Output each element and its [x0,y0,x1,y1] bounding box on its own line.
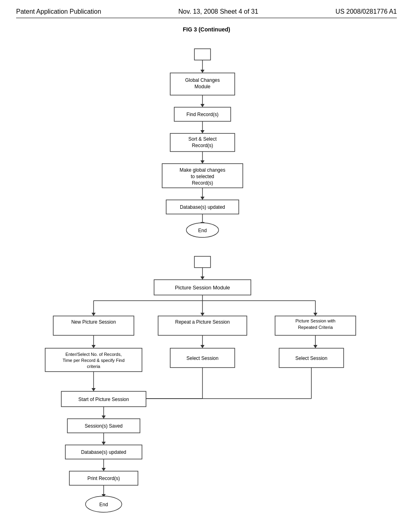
svg-marker-64 [92,388,96,391]
svg-marker-81 [102,468,106,471]
svg-text:Module: Module [194,84,211,89]
svg-text:criteria: criteria [87,364,100,369]
svg-text:Database(s) updated: Database(s) updated [180,204,225,210]
top-flowchart: Global Changes Module Find Record(s) Sor… [25,45,388,238]
svg-marker-22 [200,197,204,200]
svg-rect-29 [194,256,211,268]
header-center: Nov. 13, 2008 Sheet 4 of 31 [178,8,258,15]
svg-marker-16 [200,160,204,164]
header-left: Patent Application Publication [16,8,101,15]
svg-text:Session(s) Saved: Session(s) Saved [85,423,123,429]
fig-title: FIG 3 (Continued) [16,26,397,33]
svg-text:Record(s): Record(s) [192,180,213,186]
svg-text:Record(s): Record(s) [192,143,213,148]
svg-text:Picture Session Module: Picture Session Module [175,285,230,291]
svg-text:Global Changes: Global Changes [185,77,220,83]
header-right: US 2008/0281776 A1 [336,8,397,15]
svg-text:Sort & Select: Sort & Select [188,136,217,142]
svg-text:Repeat a Picture Session: Repeat a Picture Session [175,319,229,325]
svg-marker-37 [92,313,96,316]
svg-text:Start of Picture Session: Start of Picture Session [78,397,129,402]
svg-text:End: End [198,228,206,233]
svg-marker-50 [92,345,96,348]
svg-marker-7 [200,104,204,107]
svg-text:to selected: to selected [191,174,214,179]
svg-text:Picture Session with: Picture Session with [295,318,335,323]
svg-marker-31 [200,276,204,280]
bottom-flowchart: Picture Session Module New Picture Sessi… [25,254,388,532]
svg-text:Make global changes: Make global changes [179,167,225,173]
page-header: Patent Application Publication Nov. 13, … [16,8,397,18]
svg-marker-52 [200,345,204,348]
svg-text:End: End [99,502,108,507]
svg-marker-2 [200,70,204,73]
svg-marker-54 [313,345,317,348]
svg-marker-77 [102,442,106,445]
svg-text:Database(s) updated: Database(s) updated [81,449,126,455]
page: Patent Application Publication Nov. 13, … [0,0,413,532]
svg-text:Print Record(s): Print Record(s) [88,476,120,481]
svg-rect-0 [194,49,211,60]
svg-marker-41 [313,313,317,316]
svg-text:Enter/Select No. of Records,: Enter/Select No. of Records, [65,352,121,357]
svg-marker-11 [200,130,204,133]
svg-text:Repeated Criteria: Repeated Criteria [298,325,333,330]
svg-text:New Picture Session: New Picture Session [71,319,116,325]
svg-text:Find Record(s): Find Record(s) [186,112,218,117]
svg-text:Select Session: Select Session [295,355,327,361]
svg-marker-39 [200,313,204,316]
svg-text:Select Session: Select Session [186,355,218,361]
svg-marker-73 [102,416,106,419]
svg-text:Time per Record & specify Find: Time per Record & specify Find [63,358,125,363]
